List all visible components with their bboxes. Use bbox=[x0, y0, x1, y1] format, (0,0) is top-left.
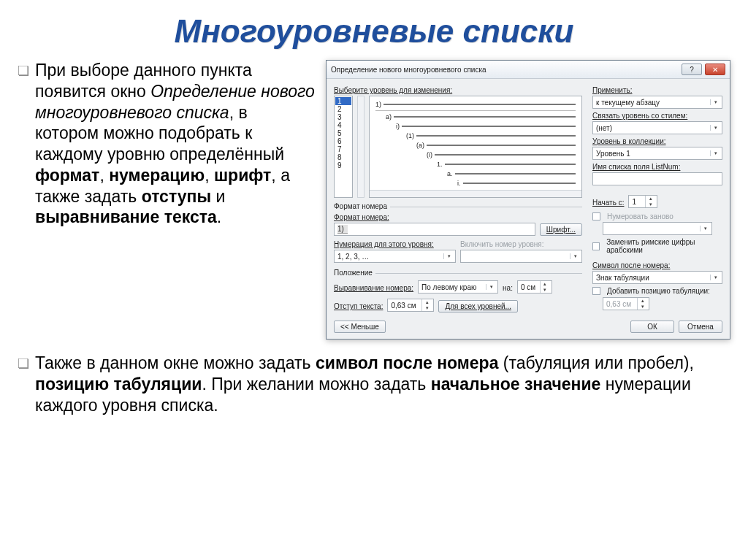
set-all-levels-button[interactable]: Для всех уровней... bbox=[438, 300, 517, 312]
include-level-combo[interactable]: ▾ bbox=[460, 250, 582, 263]
level-listbox[interactable]: 1 2 3 4 5 6 7 8 9 bbox=[334, 96, 353, 198]
font-button[interactable]: Шрифт... bbox=[540, 223, 582, 236]
number-align-combo[interactable]: По левому краю▾ bbox=[418, 280, 498, 294]
cancel-button[interactable]: Отмена bbox=[679, 321, 722, 333]
text-indent-spin[interactable]: 0,63 см▴▾ bbox=[387, 299, 434, 312]
list-preview: 1) a) i) (1) (a) (i) 1. a. i. bbox=[369, 96, 582, 198]
numbering-style-combo[interactable]: 1, 2, 3, …▾ bbox=[334, 250, 456, 263]
number-align-label: Выравнивание номера: bbox=[334, 284, 413, 292]
bullet-para-2: ❏ Также в данном окне можно задать симво… bbox=[18, 353, 730, 415]
level-option-4[interactable]: 4 bbox=[335, 121, 351, 129]
bullet-square-icon: ❏ bbox=[18, 356, 29, 415]
level-option-9[interactable]: 9 bbox=[335, 161, 351, 169]
follow-char-label: Символ после номера: bbox=[592, 261, 670, 269]
slide-title: Многоуровневые списки bbox=[18, 13, 730, 50]
numbering-style-label: Нумерация для этого уровня: bbox=[334, 240, 434, 248]
gallery-level-label: Уровень в коллекции: bbox=[592, 137, 666, 145]
level-option-8[interactable]: 8 bbox=[335, 153, 351, 161]
dialog-title: Определение нового многоуровневого списк… bbox=[331, 66, 486, 74]
include-level-label: Включить номер уровня: bbox=[460, 240, 582, 248]
restart-checkbox[interactable] bbox=[592, 212, 600, 220]
listnum-label: Имя списка поля ListNum: bbox=[592, 163, 680, 171]
link-style-label: Связать уровень со стилем: bbox=[592, 112, 687, 120]
section-number-format: Формат номера bbox=[334, 202, 390, 210]
level-option-3[interactable]: 3 bbox=[335, 113, 351, 121]
close-button[interactable]: ✕ bbox=[705, 64, 725, 75]
preview-hscroll[interactable] bbox=[370, 190, 581, 197]
less-button[interactable]: << Меньше bbox=[334, 321, 386, 333]
apply-to-combo[interactable]: к текущему абзацу▾ bbox=[592, 96, 722, 109]
level-scrollbar[interactable] bbox=[357, 96, 365, 198]
level-option-7[interactable]: 7 bbox=[335, 145, 351, 153]
listnum-input[interactable] bbox=[592, 172, 722, 185]
restart-label: Нумеровать заново bbox=[607, 212, 673, 220]
section-position: Положение bbox=[334, 269, 375, 277]
replace-roman-checkbox[interactable] bbox=[592, 242, 600, 250]
number-format-input[interactable]: 1) bbox=[334, 223, 535, 236]
replace-roman-label: Заменить римские цифры арабскими bbox=[606, 238, 722, 254]
level-option-6[interactable]: 6 bbox=[335, 137, 351, 145]
bullet-para-1: ❏ При выборе данного пункта появится окн… bbox=[18, 60, 316, 228]
start-at-spin[interactable]: 1▴▾ bbox=[628, 195, 657, 208]
start-at-label: Начать с: bbox=[592, 199, 624, 207]
text-indent-label: Отступ текста: bbox=[334, 302, 383, 310]
gallery-level-combo[interactable]: Уровень 1▾ bbox=[592, 147, 722, 160]
aligned-at-label: на: bbox=[503, 284, 513, 292]
help-button[interactable]: ? bbox=[682, 64, 702, 75]
select-level-label: Выберите уровень для изменения: bbox=[334, 86, 582, 94]
restart-after-combo[interactable]: ▾ bbox=[603, 222, 712, 235]
level-option-1[interactable]: 1 bbox=[335, 97, 351, 105]
aligned-at-spin[interactable]: 0 см▴▾ bbox=[517, 280, 552, 294]
bullet-square-icon: ❏ bbox=[18, 63, 29, 228]
level-option-5[interactable]: 5 bbox=[335, 129, 351, 137]
number-format-label: Формат номера: bbox=[334, 213, 389, 221]
apply-to-label: Применить: bbox=[592, 86, 632, 94]
link-style-combo[interactable]: (нет)▾ bbox=[592, 121, 722, 134]
add-tab-label: Добавить позицию табуляции: bbox=[607, 287, 710, 295]
add-tab-checkbox[interactable] bbox=[592, 287, 600, 295]
level-option-2[interactable]: 2 bbox=[335, 105, 351, 113]
tab-position-spin[interactable]: 0,63 см▴▾ bbox=[603, 297, 649, 310]
multilevel-list-dialog: Определение нового многоуровневого списк… bbox=[326, 60, 730, 340]
follow-char-combo[interactable]: Знак табуляции▾ bbox=[592, 271, 722, 284]
ok-button[interactable]: ОК bbox=[630, 321, 674, 333]
